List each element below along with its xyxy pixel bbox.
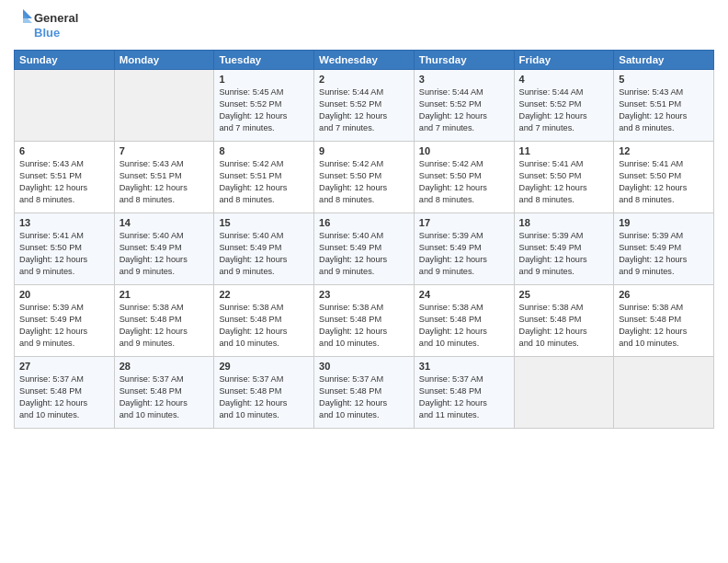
cell-w2-d1: 7Sunrise: 5:43 AMSunset: 5:51 PMDaylight…	[114, 142, 214, 213]
cell-info: Sunrise: 5:39 AMSunset: 5:49 PMDaylight:…	[419, 230, 509, 278]
cell-w3-d0: 13Sunrise: 5:41 AMSunset: 5:50 PMDayligh…	[15, 213, 115, 285]
day-number: 20	[19, 289, 109, 300]
day-number: 12	[619, 145, 709, 156]
page: General Blue SundayMondayTuesdayWednesda…	[0, 0, 728, 563]
day-number: 18	[519, 217, 609, 228]
day-number: 15	[219, 217, 309, 228]
cell-w4-d5: 25Sunrise: 5:38 AMSunset: 5:48 PMDayligh…	[514, 285, 614, 357]
header-thursday: Thursday	[414, 51, 514, 70]
day-number: 6	[19, 145, 109, 156]
logo-line2: Blue	[34, 26, 78, 40]
day-number: 17	[419, 217, 509, 228]
week-row-5: 27Sunrise: 5:37 AMSunset: 5:48 PMDayligh…	[15, 357, 714, 429]
cell-w4-d0: 20Sunrise: 5:39 AMSunset: 5:49 PMDayligh…	[15, 285, 115, 357]
cell-w1-d1	[114, 70, 214, 142]
cell-w4-d3: 23Sunrise: 5:38 AMSunset: 5:48 PMDayligh…	[314, 285, 415, 357]
cell-info: Sunrise: 5:38 AMSunset: 5:48 PMDaylight:…	[519, 302, 609, 350]
cell-info: Sunrise: 5:37 AMSunset: 5:48 PMDaylight:…	[319, 373, 409, 421]
cell-w3-d3: 16Sunrise: 5:40 AMSunset: 5:49 PMDayligh…	[314, 213, 415, 285]
day-number: 30	[319, 361, 409, 372]
cell-info: Sunrise: 5:40 AMSunset: 5:49 PMDaylight:…	[219, 230, 309, 278]
day-number: 5	[619, 74, 709, 85]
cell-info: Sunrise: 5:40 AMSunset: 5:49 PMDaylight:…	[319, 230, 409, 278]
day-number: 4	[519, 74, 609, 85]
cell-info: Sunrise: 5:38 AMSunset: 5:48 PMDaylight:…	[619, 302, 709, 350]
day-number: 22	[219, 289, 309, 300]
day-number: 16	[319, 217, 409, 228]
header-tuesday: Tuesday	[214, 51, 314, 70]
day-number: 10	[419, 145, 509, 156]
cell-info: Sunrise: 5:45 AMSunset: 5:52 PMDaylight:…	[219, 86, 309, 134]
cell-info: Sunrise: 5:37 AMSunset: 5:48 PMDaylight:…	[219, 373, 309, 421]
logo: General Blue	[14, 9, 78, 42]
cell-w4-d6: 26Sunrise: 5:38 AMSunset: 5:48 PMDayligh…	[614, 285, 714, 357]
day-number: 11	[519, 145, 609, 156]
cell-w1-d3: 2Sunrise: 5:44 AMSunset: 5:52 PMDaylight…	[314, 70, 415, 142]
cell-w3-d6: 19Sunrise: 5:39 AMSunset: 5:49 PMDayligh…	[614, 213, 714, 285]
cell-w2-d6: 12Sunrise: 5:41 AMSunset: 5:50 PMDayligh…	[614, 142, 714, 213]
day-number: 28	[119, 361, 210, 372]
cell-info: Sunrise: 5:44 AMSunset: 5:52 PMDaylight:…	[419, 86, 509, 134]
cell-info: Sunrise: 5:43 AMSunset: 5:51 PMDaylight:…	[119, 158, 210, 206]
day-number: 25	[519, 289, 609, 300]
day-number: 26	[619, 289, 709, 300]
header-wednesday: Wednesday	[314, 51, 415, 70]
cell-w2-d4: 10Sunrise: 5:42 AMSunset: 5:50 PMDayligh…	[414, 142, 514, 213]
cell-info: Sunrise: 5:43 AMSunset: 5:51 PMDaylight:…	[619, 86, 709, 134]
cell-w3-d2: 15Sunrise: 5:40 AMSunset: 5:49 PMDayligh…	[214, 213, 314, 285]
cell-w2-d0: 6Sunrise: 5:43 AMSunset: 5:51 PMDaylight…	[15, 142, 115, 213]
day-number: 24	[419, 289, 509, 300]
cell-info: Sunrise: 5:38 AMSunset: 5:48 PMDaylight:…	[419, 302, 509, 350]
cell-info: Sunrise: 5:42 AMSunset: 5:50 PMDaylight:…	[319, 158, 409, 206]
cell-w2-d2: 8Sunrise: 5:42 AMSunset: 5:51 PMDaylight…	[214, 142, 314, 213]
day-number: 21	[119, 289, 210, 300]
cell-w5-d4: 31Sunrise: 5:37 AMSunset: 5:48 PMDayligh…	[414, 357, 514, 429]
day-number: 23	[319, 289, 409, 300]
cell-w1-d2: 1Sunrise: 5:45 AMSunset: 5:52 PMDaylight…	[214, 70, 314, 142]
cell-info: Sunrise: 5:42 AMSunset: 5:51 PMDaylight:…	[219, 158, 309, 206]
cell-info: Sunrise: 5:43 AMSunset: 5:51 PMDaylight:…	[19, 158, 109, 206]
cell-w2-d3: 9Sunrise: 5:42 AMSunset: 5:50 PMDaylight…	[314, 142, 415, 213]
cell-w1-d5: 4Sunrise: 5:44 AMSunset: 5:52 PMDaylight…	[514, 70, 614, 142]
day-number: 2	[319, 74, 409, 85]
cell-w3-d4: 17Sunrise: 5:39 AMSunset: 5:49 PMDayligh…	[414, 213, 514, 285]
cell-w3-d5: 18Sunrise: 5:39 AMSunset: 5:49 PMDayligh…	[514, 213, 614, 285]
day-number: 7	[119, 145, 210, 156]
week-row-3: 13Sunrise: 5:41 AMSunset: 5:50 PMDayligh…	[15, 213, 714, 285]
day-number: 19	[619, 217, 709, 228]
header-monday: Monday	[114, 51, 214, 70]
cell-w5-d2: 29Sunrise: 5:37 AMSunset: 5:48 PMDayligh…	[214, 357, 314, 429]
day-number: 27	[19, 361, 109, 372]
day-number: 14	[119, 217, 210, 228]
cell-w5-d5	[514, 357, 614, 429]
cell-info: Sunrise: 5:38 AMSunset: 5:48 PMDaylight:…	[319, 302, 409, 350]
cell-w5-d3: 30Sunrise: 5:37 AMSunset: 5:48 PMDayligh…	[314, 357, 415, 429]
cell-info: Sunrise: 5:38 AMSunset: 5:48 PMDaylight:…	[119, 302, 210, 350]
cell-w5-d0: 27Sunrise: 5:37 AMSunset: 5:48 PMDayligh…	[15, 357, 115, 429]
logo-line1: General	[34, 11, 78, 26]
cell-info: Sunrise: 5:44 AMSunset: 5:52 PMDaylight:…	[319, 86, 409, 134]
cell-info: Sunrise: 5:37 AMSunset: 5:48 PMDaylight:…	[419, 373, 509, 421]
header-row: SundayMondayTuesdayWednesdayThursdayFrid…	[15, 51, 714, 70]
logo-svg	[14, 9, 32, 39]
day-number: 8	[219, 145, 309, 156]
header: General Blue	[14, 9, 714, 42]
cell-w5-d1: 28Sunrise: 5:37 AMSunset: 5:48 PMDayligh…	[114, 357, 214, 429]
cell-w5-d6	[614, 357, 714, 429]
cell-w1-d6: 5Sunrise: 5:43 AMSunset: 5:51 PMDaylight…	[614, 70, 714, 142]
week-row-4: 20Sunrise: 5:39 AMSunset: 5:49 PMDayligh…	[15, 285, 714, 357]
week-row-2: 6Sunrise: 5:43 AMSunset: 5:51 PMDaylight…	[15, 142, 714, 213]
cell-info: Sunrise: 5:41 AMSunset: 5:50 PMDaylight:…	[519, 158, 609, 206]
cell-info: Sunrise: 5:41 AMSunset: 5:50 PMDaylight:…	[19, 230, 109, 278]
cell-info: Sunrise: 5:37 AMSunset: 5:48 PMDaylight:…	[119, 373, 210, 421]
day-number: 13	[19, 217, 109, 228]
cell-info: Sunrise: 5:39 AMSunset: 5:49 PMDaylight:…	[519, 230, 609, 278]
day-number: 9	[319, 145, 409, 156]
cell-w1-d4: 3Sunrise: 5:44 AMSunset: 5:52 PMDaylight…	[414, 70, 514, 142]
cell-info: Sunrise: 5:38 AMSunset: 5:48 PMDaylight:…	[219, 302, 309, 350]
cell-w2-d5: 11Sunrise: 5:41 AMSunset: 5:50 PMDayligh…	[514, 142, 614, 213]
header-friday: Friday	[514, 51, 614, 70]
day-number: 3	[419, 74, 509, 85]
cell-info: Sunrise: 5:37 AMSunset: 5:48 PMDaylight:…	[19, 373, 109, 421]
cell-info: Sunrise: 5:44 AMSunset: 5:52 PMDaylight:…	[519, 86, 609, 134]
